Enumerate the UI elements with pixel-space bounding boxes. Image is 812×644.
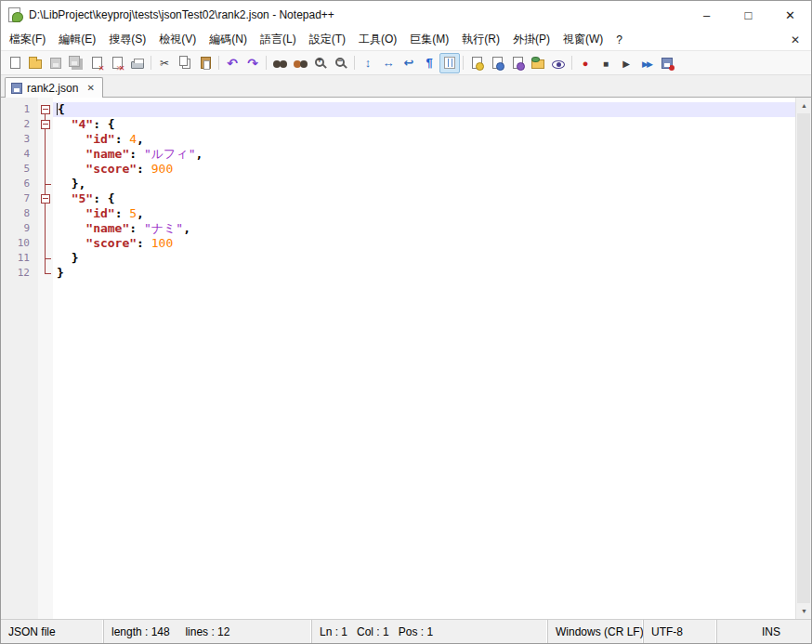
toolbar-cut-button[interactable] — [154, 53, 175, 73]
toolbar-replace-button[interactable] — [290, 53, 310, 73]
toolbar-show-all-characters-button[interactable] — [419, 53, 439, 73]
fold-margin-cell[interactable] — [38, 206, 53, 221]
scroll-up-icon[interactable] — [796, 98, 811, 113]
code-line[interactable]: 9 "name": "ナミ", — [1, 221, 795, 236]
fold-margin-cell[interactable] — [38, 221, 53, 236]
code-line[interactable]: 1 { — [1, 102, 795, 117]
toolbar-redo-button[interactable] — [242, 53, 263, 73]
status-typing-mode[interactable]: INS — [717, 620, 811, 643]
toolbar-close-all-button[interactable] — [107, 53, 127, 73]
toolbar-print-button[interactable] — [127, 53, 148, 73]
status-encoding[interactable]: UTF-8 — [644, 620, 717, 643]
toolbar-run-macro-multiple-button[interactable] — [636, 53, 657, 73]
menu-item-encoding[interactable]: 編碼(N) — [203, 29, 254, 50]
tab-close-icon[interactable]: ✕ — [85, 82, 96, 94]
code-line[interactable]: 8 "id": 5, — [1, 206, 795, 221]
code-line[interactable]: 12 } — [1, 266, 795, 281]
menu-item-view[interactable]: 檢視(V) — [152, 29, 203, 50]
menu-item-window[interactable]: 視窗(W) — [557, 29, 609, 50]
close-document-icon[interactable]: ✕ — [783, 31, 807, 49]
status-eol-format[interactable]: Windows (CR LF) — [548, 620, 644, 643]
fold-margin-cell[interactable] — [38, 162, 53, 177]
fold-margin-cell[interactable] — [38, 236, 53, 251]
fold-margin-cell[interactable] — [38, 191, 53, 206]
code-text[interactable]: } — [53, 251, 795, 266]
fold-margin-cell[interactable] — [38, 266, 53, 281]
menu-item-plugins[interactable]: 外掛(P) — [506, 29, 557, 50]
code-text[interactable]: { — [53, 102, 795, 117]
menu-item-macro[interactable]: 巨集(M) — [403, 29, 455, 50]
title-bar[interactable]: D:\LibProject\keyproj\tests\jsonTest02\r… — [1, 1, 811, 29]
code-text[interactable]: "id": 5, — [53, 206, 795, 221]
toolbar-copy-button[interactable] — [175, 53, 195, 73]
fold-end-line — [45, 273, 51, 274]
toolbar-word-wrap-button[interactable] — [399, 53, 419, 73]
code-area[interactable]: 1 { 2 "4": { 3 "id": 4, 4 "name": "ルフィ", — [1, 98, 795, 619]
toolbar-record-macro-button[interactable] — [575, 53, 596, 73]
scrollbar-thumb[interactable] — [797, 113, 810, 603]
menu-item-tools[interactable]: 工具(O) — [352, 29, 403, 50]
code-text[interactable]: "5": { — [53, 191, 795, 206]
toolbar-paste-button[interactable] — [195, 53, 216, 73]
toolbar-save-macro-button[interactable] — [657, 53, 677, 73]
toolbar-save-button[interactable] — [46, 53, 66, 73]
code-text[interactable]: } — [53, 266, 795, 281]
menu-item-language[interactable]: 語言(L) — [254, 29, 303, 50]
code-line[interactable]: 6 }, — [1, 177, 795, 191]
editor-pane[interactable]: 1 { 2 "4": { 3 "id": 4, 4 "name": "ルフィ", — [1, 98, 811, 619]
vertical-scrollbar[interactable] — [795, 98, 811, 619]
code-line[interactable]: 4 "name": "ルフィ", — [1, 147, 795, 162]
code-text[interactable]: "score": 100 — [53, 236, 795, 251]
fold-margin-cell[interactable] — [38, 132, 53, 147]
code-line[interactable]: 11 } — [1, 251, 795, 266]
toolbar-monitoring-button[interactable] — [548, 53, 569, 73]
fold-margin-cell[interactable] — [38, 102, 53, 117]
menu-item-edit[interactable]: 編輯(E) — [52, 29, 102, 50]
menu-item-file[interactable]: 檔案(F) — [3, 29, 52, 50]
menu-item-help[interactable]: ? — [609, 31, 629, 49]
fold-collapse-icon[interactable] — [41, 194, 50, 204]
code-text[interactable]: "score": 900 — [53, 162, 795, 177]
menu-item-run[interactable]: 執行(R) — [455, 29, 506, 50]
tab-rank2-json[interactable]: rank2.json ✕ — [5, 77, 103, 98]
menu-item-search[interactable]: 搜尋(S) — [102, 29, 152, 50]
code-text[interactable]: "4": { — [53, 117, 795, 132]
scroll-down-icon[interactable] — [796, 603, 811, 619]
toolbar-find-button[interactable] — [269, 53, 290, 73]
toolbar-document-map-button[interactable] — [487, 53, 507, 73]
code-line[interactable]: 10 "score": 100 — [1, 236, 795, 251]
code-text[interactable]: }, — [53, 177, 795, 191]
toolbar-open-file-button[interactable] — [25, 53, 46, 73]
toolbar-function-list-button[interactable] — [507, 53, 528, 73]
fold-margin-cell[interactable] — [38, 177, 53, 191]
maximize-button[interactable]: □ — [727, 1, 769, 29]
fold-collapse-icon[interactable] — [41, 120, 50, 129]
toolbar-playback-macro-button[interactable] — [616, 53, 636, 73]
toolbar-zoom-in-button[interactable] — [310, 53, 331, 73]
code-text[interactable]: "name": "ルフィ", — [53, 147, 795, 162]
toolbar-undo-button[interactable] — [222, 53, 242, 73]
code-line[interactable]: 2 "4": { — [1, 117, 795, 132]
minimize-button[interactable]: – — [686, 1, 727, 29]
close-button[interactable]: ✕ — [769, 1, 811, 29]
toolbar-close-file-button[interactable] — [86, 53, 107, 73]
fold-margin-cell[interactable] — [38, 147, 53, 162]
fold-margin-cell[interactable] — [38, 251, 53, 266]
code-line[interactable]: 3 "id": 4, — [1, 132, 795, 147]
toolbar-stop-recording-button[interactable] — [596, 53, 616, 73]
toolbar-folder-as-workspace-button[interactable] — [528, 53, 548, 73]
fold-collapse-icon[interactable] — [41, 105, 50, 114]
code-line[interactable]: 5 "score": 900 — [1, 162, 795, 177]
fold-margin-cell[interactable] — [38, 117, 53, 132]
code-line[interactable]: 7 "5": { — [1, 191, 795, 206]
toolbar-doc-switcher-button[interactable] — [466, 53, 487, 73]
code-text[interactable]: "name": "ナミ", — [53, 221, 795, 236]
toolbar-sync-vertical-button[interactable] — [358, 53, 378, 73]
code-text[interactable]: "id": 4, — [53, 132, 795, 147]
toolbar-zoom-out-button[interactable] — [331, 53, 351, 73]
toolbar-save-all-button[interactable] — [66, 53, 86, 73]
toolbar-show-indent-guide-button[interactable] — [439, 53, 460, 73]
menu-item-settings[interactable]: 設定(T) — [303, 29, 352, 50]
toolbar-new-file-button[interactable] — [5, 53, 25, 73]
toolbar-sync-horizontal-button[interactable] — [378, 53, 399, 73]
